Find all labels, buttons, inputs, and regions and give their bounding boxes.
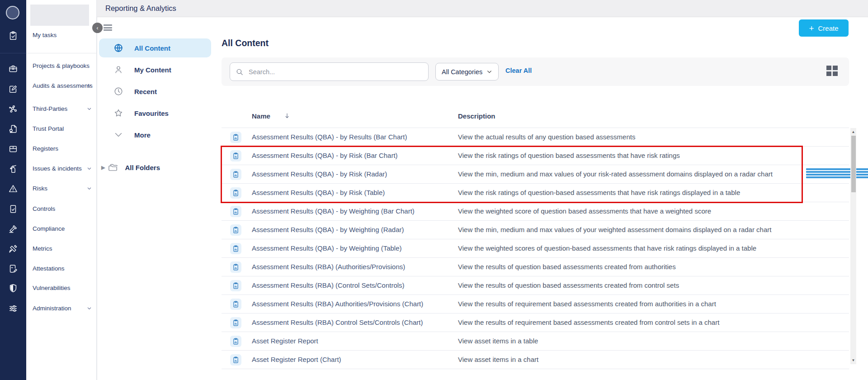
table-row[interactable]: Assessment Results (RBA) (Authorities/Pr… [222, 258, 849, 276]
content-nav-item-label: More [134, 131, 151, 139]
scroll-up-icon[interactable]: ▲ [850, 129, 856, 135]
search-input[interactable] [248, 68, 420, 76]
ruler-pencil-icon[interactable] [8, 244, 18, 254]
content-nav-item-my-content[interactable]: My Content [99, 60, 211, 79]
row-name: Assessment Results (QBA) - by Risk (Bar … [252, 152, 398, 159]
briefcase-icon[interactable] [8, 64, 18, 74]
sliders-icon[interactable] [8, 304, 18, 314]
row-description: View the weighted scores of question-bas… [458, 244, 756, 252]
chevron-down-icon[interactable] [87, 186, 92, 191]
sidebar-item-registers[interactable]: Registers [33, 145, 94, 152]
content-nav-item-all-content[interactable]: All Content [99, 38, 211, 57]
sidebar-item-controls[interactable]: Controls [33, 205, 94, 213]
sidebar-item-label: Projects & playbooks [33, 62, 90, 69]
sidebar-item-compliance[interactable]: Compliance [33, 225, 94, 233]
table-row[interactable]: Assessment Results (QBA) - by Weighting … [222, 221, 849, 239]
clear-all-link[interactable]: Clear All [505, 67, 532, 74]
row-description: View the actual results of any question … [458, 133, 635, 141]
content-nav-item-recent[interactable]: Recent [99, 82, 211, 101]
content-nav-item-favourites[interactable]: Favourites [99, 104, 211, 123]
row-name: Assessment Results (QBA) - by Weighting … [252, 244, 402, 252]
scrollbar[interactable]: ▲ ▼ [850, 128, 856, 364]
category-filter[interactable]: All Categories [435, 63, 499, 81]
app-window: My tasks Projects & playbooksAudits & as… [0, 0, 868, 380]
sidebar-item-audits-assessments[interactable]: Audits & assessments [33, 82, 94, 90]
table-row[interactable]: Assessment Results (QBA) - by Risk (Tabl… [222, 184, 849, 202]
caret-right-icon[interactable]: ▶ [101, 165, 105, 171]
row-name: Assessment Results (RBA) (Control Sets/C… [252, 281, 405, 289]
collapse-nav-button[interactable]: ‹ [92, 23, 103, 33]
sidebar-item-administration[interactable]: Administration [33, 305, 94, 312]
create-button[interactable]: + Create [799, 19, 849, 37]
document-seal-icon[interactable] [8, 124, 18, 134]
sidebar-item-issues-incidents[interactable]: Issues & incidents [33, 165, 94, 172]
chevron-down-icon [113, 130, 123, 140]
gavel-icon[interactable] [8, 224, 18, 234]
share-network-icon[interactable] [8, 104, 18, 114]
globe-icon [113, 43, 123, 53]
search-box[interactable] [230, 62, 429, 81]
clipboard-check-icon[interactable] [8, 31, 18, 41]
sidebar-item-label: Metrics [33, 245, 52, 252]
chevron-down-icon[interactable] [87, 106, 92, 111]
table-row[interactable]: Assessment Results (QBA) - by Weighting … [222, 239, 849, 258]
row-description: View the min, medium and max values of y… [458, 170, 773, 178]
row-name: Asset Register Report [252, 337, 318, 345]
chevron-down-icon[interactable] [87, 83, 92, 88]
sidebar-item-attestations[interactable]: Attestations [33, 265, 94, 272]
row-description: View the results of requirement based as… [458, 300, 716, 308]
row-name: Assessment Results (QBA) - by Risk (Tabl… [252, 189, 385, 196]
edit-square-icon[interactable] [8, 84, 18, 94]
document-pen-icon[interactable] [8, 264, 18, 274]
chevron-down-icon[interactable] [87, 166, 92, 171]
grid-view-button[interactable] [826, 66, 838, 77]
user-avatar[interactable] [6, 6, 19, 19]
sidebar: My tasks Projects & playbooksAudits & as… [26, 0, 97, 380]
content-nav-item-label: All Content [134, 44, 170, 52]
create-button-label: Create [818, 24, 839, 32]
scroll-down-icon[interactable]: ▼ [850, 357, 856, 363]
sidebar-item-my-tasks[interactable]: My tasks [33, 32, 94, 39]
grid-view-icon [826, 66, 838, 76]
sidebar-item-label: Trust Portal [33, 125, 64, 132]
sidebar-item-metrics[interactable]: Metrics [33, 245, 94, 252]
sidebar-item-projects-playbooks[interactable]: Projects & playbooks [33, 62, 94, 70]
clipboard-chart-icon [230, 336, 241, 347]
sidebar-item-third-parties[interactable]: Third-Parties [33, 105, 94, 113]
sidebar-divider [26, 53, 97, 53]
sidebar-item-vulnerabilities[interactable]: Vulnerabilities [33, 285, 94, 292]
menu-icon[interactable] [104, 24, 112, 31]
shield-icon[interactable] [8, 283, 18, 293]
table-row[interactable]: Assessment Results (QBA) - by Weighting … [222, 202, 849, 221]
clipboard-chart-icon [230, 261, 241, 273]
document-check-icon[interactable] [8, 204, 18, 214]
chevron-down-icon[interactable] [87, 306, 92, 311]
row-name: Assessment Results (QBA) - by Results (B… [252, 133, 407, 141]
logo-placeholder [30, 5, 89, 26]
table-row[interactable]: Assessment Results (QBA) - by Results (B… [222, 128, 849, 147]
table-row[interactable]: Asset Register ReportView asset items in… [222, 332, 849, 351]
table-row[interactable]: Asset Register Report (Chart)View asset … [222, 351, 849, 369]
column-header-description[interactable]: Description [458, 112, 495, 120]
sidebar-item-label: Third-Parties [33, 105, 67, 112]
content-nav-item-more[interactable]: More [99, 125, 211, 144]
clipboard-chart-icon [230, 317, 241, 328]
sidebar-item-trust-portal[interactable]: Trust Portal [33, 125, 94, 133]
sidebar-item-label: Controls [33, 205, 55, 212]
archive-box-icon[interactable] [8, 144, 18, 154]
sort-descending-icon[interactable] [283, 112, 291, 120]
table-row[interactable]: Assessment Results (QBA) - by Risk (Bar … [222, 147, 849, 165]
row-name: Assessment Results (QBA) - by Weighting … [252, 207, 415, 215]
warning-triangle-icon[interactable] [8, 184, 18, 194]
sidebar-item-label: Compliance [33, 225, 65, 232]
sidebar-item-risks[interactable]: Risks [33, 185, 94, 192]
table-row[interactable]: Assessment Results (QBA) - by Risk (Rada… [222, 165, 849, 184]
content-nav-item-label: Favourites [134, 109, 169, 117]
table-row[interactable]: Assessment Results (RBA) Control Sets/Co… [222, 314, 849, 332]
table-row[interactable]: Assessment Results (RBA) Authorities/Pro… [222, 295, 849, 314]
table-row[interactable]: Assessment Results (RBA) (Control Sets/C… [222, 276, 849, 295]
column-header-name[interactable]: Name [252, 112, 270, 120]
all-folders-item[interactable]: ▶ All Folders [97, 158, 215, 176]
scrollbar-thumb[interactable] [851, 136, 856, 192]
fire-extinguisher-icon[interactable] [8, 164, 18, 174]
